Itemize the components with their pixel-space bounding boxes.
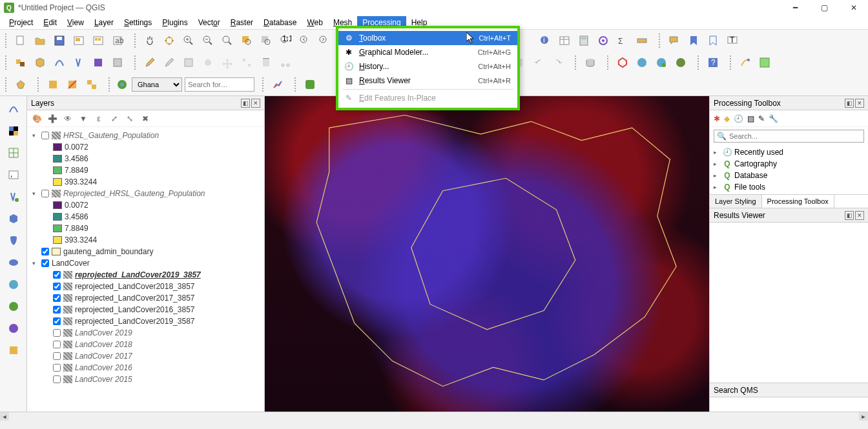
new-print-layout-button[interactable] (70, 32, 88, 50)
layers-remove-icon[interactable]: ✖ (140, 113, 151, 125)
layer-row[interactable]: reprojected_LandCover2016_3857 (28, 304, 263, 315)
style-manager-button[interactable]: ab (108, 32, 127, 50)
toolbox-tree[interactable]: ▸🕘Recently used▸QCartography▸QDatabase▸Q… (710, 145, 868, 194)
toolbox-item-recently-used[interactable]: ▸🕘Recently used (714, 146, 864, 158)
tab-processing-toolbox[interactable]: Processing Toolbox (762, 195, 834, 208)
open-project-button[interactable] (31, 32, 49, 50)
toolbox-panel-close-button[interactable]: ✕ (855, 99, 864, 108)
edit-pencil-button[interactable] (141, 54, 159, 72)
layer-row[interactable]: LandCover 2017 (28, 350, 263, 362)
zoom-next-button[interactable] (315, 32, 333, 50)
toolbox-item-cartography[interactable]: ▸QCartography (714, 158, 864, 170)
zoom-out-button[interactable] (199, 32, 217, 50)
plugin-globe1-button[interactable] (633, 54, 651, 72)
delete-selected-button[interactable] (257, 54, 275, 72)
zoom-full-button[interactable] (218, 32, 236, 50)
results-panel-undock-button[interactable]: ◧ (845, 211, 854, 220)
plugin-grid-button[interactable] (756, 54, 774, 72)
layers-panel-close-button[interactable]: ✕ (251, 99, 260, 108)
toolbox-options-icon[interactable]: 🔧 (769, 114, 778, 123)
redo-button[interactable] (549, 54, 567, 72)
new-shapefile-button[interactable] (50, 54, 68, 72)
processing-menu-history-[interactable]: 🕘History...Ctrl+Alt+H (338, 59, 517, 74)
undo-button[interactable] (530, 54, 548, 72)
layer-row[interactable]: reprojected_LandCover2017_3857 (28, 292, 263, 304)
menu-raster[interactable]: Raster (225, 16, 258, 29)
measure-button[interactable] (633, 32, 651, 50)
toolbox-script-icon[interactable]: ◆ (724, 114, 730, 123)
identify-button[interactable]: i (536, 32, 554, 50)
processing-menu-results-viewer[interactable]: ▤Results ViewerCtrl+Alt+R (338, 74, 517, 88)
toolbox-edit-icon[interactable]: ✎ (758, 114, 765, 123)
open-data-source-button[interactable] (12, 54, 30, 72)
zoom-in-button[interactable] (180, 32, 198, 50)
layers-expression-icon[interactable]: ε (93, 113, 105, 125)
tab-layer-styling[interactable]: Layer Styling (710, 195, 762, 208)
menu-layer[interactable]: Layer (89, 16, 119, 29)
toolbox-results-icon[interactable]: ▤ (747, 114, 754, 123)
menu-edit[interactable]: Edit (38, 16, 62, 29)
add-virtual-layer-button[interactable] (5, 210, 23, 228)
add-wcs-button[interactable] (5, 297, 23, 315)
zoom-native-button[interactable]: 1:1 (276, 32, 294, 50)
layer-row[interactable]: ▾HRSL_Gauteng_Population (28, 130, 263, 141)
layer-row[interactable]: 0.0072 (28, 141, 263, 153)
add-spatialite-button[interactable] (5, 188, 23, 206)
show-layout-manager-button[interactable] (89, 32, 107, 50)
new-geopackage-button[interactable] (31, 54, 49, 72)
layer-row[interactable]: 3.4586 (28, 153, 263, 165)
layer-row[interactable]: ▾LandCover (28, 257, 263, 269)
layer-row[interactable]: ▾Reprojected_HRSL_Gauteng_Population (28, 188, 263, 199)
layers-add-group-icon[interactable]: ➕ (46, 113, 58, 125)
add-wms-button[interactable] (5, 275, 23, 294)
maximize-button[interactable]: ▢ (810, 0, 839, 15)
zoom-last-button[interactable] (296, 32, 314, 50)
plugin-route-button[interactable] (736, 54, 754, 72)
database-button[interactable] (581, 54, 599, 72)
add-xyz-button[interactable] (5, 341, 23, 359)
menu-settings[interactable]: Settings (119, 16, 157, 29)
show-bookmarks-button[interactable] (704, 32, 722, 50)
layer-row[interactable]: LandCover 2018 (28, 339, 263, 350)
vertex-tool-button[interactable] (238, 54, 256, 72)
add-delimited-text-button[interactable]: , (5, 166, 23, 184)
save-edits-button[interactable] (180, 54, 198, 72)
toggle-editing-button[interactable] (160, 54, 178, 72)
map-tips-button[interactable] (665, 32, 683, 50)
scroll-right-button[interactable]: ► (859, 412, 868, 421)
move-feature-button[interactable] (218, 54, 236, 72)
toolbox-button[interactable] (594, 32, 612, 50)
add-feature-button[interactable] (199, 54, 217, 72)
locator-search-input[interactable] (185, 77, 254, 92)
layer-row[interactable]: reprojected_LandCover2018_3857 (28, 281, 263, 292)
pan-button[interactable] (141, 32, 159, 50)
deselect-button[interactable] (63, 75, 81, 94)
menu-view[interactable]: View (62, 16, 89, 29)
processing-menu-graphical-modeler-[interactable]: ✱Graphical Modeler...Ctrl+Alt+G (338, 45, 517, 59)
minimize-button[interactable]: ━ (781, 0, 810, 15)
zoom-to-selection-button[interactable] (238, 32, 256, 50)
menu-vector[interactable]: Vector (193, 16, 225, 29)
layers-panel-undock-button[interactable]: ◧ (241, 99, 250, 108)
new-memory-layer-button[interactable] (108, 54, 127, 72)
layer-row[interactable]: 393.3244 (28, 176, 263, 188)
help-button[interactable]: ? (704, 54, 722, 72)
cut-features-button[interactable] (276, 54, 294, 72)
menu-web[interactable]: Web (302, 16, 327, 29)
toolbox-item-database[interactable]: ▸QDatabase (714, 170, 864, 181)
scroll-left-button[interactable]: ◄ (0, 412, 9, 421)
menu-database[interactable]: Database (258, 16, 302, 29)
layers-visibility-icon[interactable]: 👁 (62, 113, 74, 125)
layers-tree[interactable]: ▾HRSL_Gauteng_Population0.00723.45867.88… (27, 127, 264, 412)
text-annotation-button[interactable]: T (723, 32, 741, 50)
new-project-button[interactable] (12, 32, 30, 50)
select-by-polygon-button[interactable] (12, 75, 30, 94)
plugin-green-button[interactable] (301, 75, 319, 94)
processing-menu-toolbox[interactable]: ⚙ToolboxCtrl+Alt+T (338, 31, 517, 45)
plot-button[interactable] (269, 75, 287, 94)
layer-row[interactable]: reprojected_LandCover2019_3587 (28, 315, 263, 327)
menu-plugins[interactable]: Plugins (157, 16, 192, 29)
close-button[interactable]: ✕ (839, 0, 868, 15)
add-raster-layer-button[interactable] (5, 122, 23, 140)
layer-row[interactable]: 7.8849 (28, 223, 263, 234)
